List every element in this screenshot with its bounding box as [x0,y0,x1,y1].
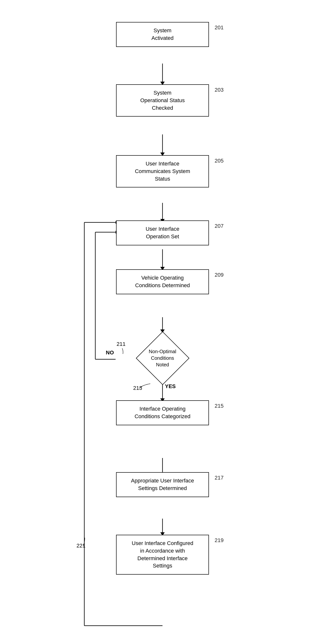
node-215: Interface Operating Conditions Categoriz… [116,400,209,425]
box-ui-configured: User Interface Configured in Accordance … [116,535,209,574]
box-appropriate-settings: Appropriate User Interface Settings Dete… [116,472,209,497]
ref-201: 201 [214,24,224,31]
ref-207: 207 [214,223,224,229]
box-system-operational: System Operational Status Checked [116,84,209,116]
ref-209: 209 [214,272,224,278]
ref-219: 219 [214,537,224,544]
node-201: System Activated 201 [116,22,209,47]
node-209: Vehicle Operating Conditions Determined … [116,269,209,294]
ref-217: 217 [214,475,224,481]
flowchart-diagram: NO YES 211 213 221 System Activated 201 … [70,10,255,636]
node-205: User Interface Communicates System Statu… [116,155,209,188]
node-217: Appropriate User Interface Settings Dete… [116,472,209,497]
box-ui-communicates: User Interface Communicates System Statu… [116,155,209,188]
ref-215: 215 [214,403,224,409]
diamond-text: Non-OptimalConditionsNoted [144,348,181,368]
box-vehicle-conditions: Vehicle Operating Conditions Determined [116,269,209,294]
node-211-diamond: Non-OptimalConditionsNoted [116,332,209,384]
ref-205: 205 [214,158,224,164]
ref-203: 203 [214,87,224,93]
box-interface-conditions: Interface Operating Conditions Categoriz… [116,400,209,425]
node-219: User Interface Configured in Accordance … [116,535,209,574]
node-203: System Operational Status Checked 203 [116,84,209,116]
box-system-activated: System Activated [116,22,209,47]
box-ui-operation-set: User Interface Operation Set [116,220,209,246]
node-207: User Interface Operation Set 207 [116,220,209,246]
